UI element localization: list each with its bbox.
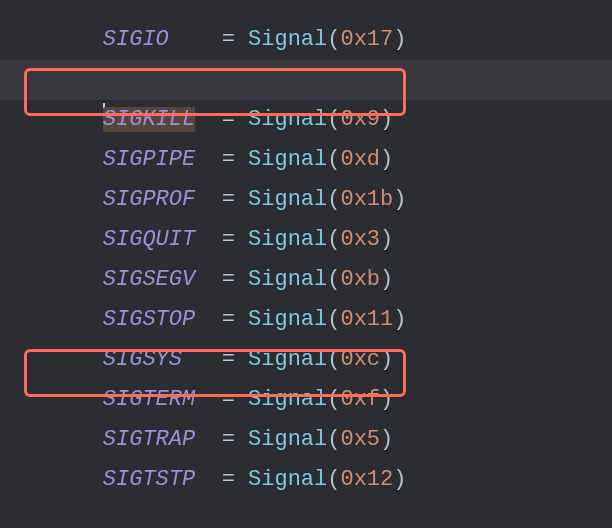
code-line: SIGQUIT = Signal(0x3)	[0, 180, 612, 220]
rparen: )	[393, 467, 406, 492]
code-line: SIGTRAP = Signal(0x5)	[0, 380, 612, 420]
code-line: SIGTERM = Signal(0xf)	[0, 340, 612, 380]
hex-literal: 0x12	[340, 467, 393, 492]
code-line: SIGSTOP = Signal(0x11)	[0, 260, 612, 300]
code-line: SIGPIPE = Signal(0xd)	[0, 100, 612, 140]
equals: =	[222, 467, 248, 492]
code-editor[interactable]: SIGINT = Signal(0x2) SIGIO = Signal(0x17…	[0, 0, 612, 498]
code-line: SIGIO = Signal(0x17)	[0, 0, 612, 20]
lparen: (	[327, 467, 340, 492]
type-name: Signal	[248, 467, 327, 492]
code-line: SIGPROF = Signal(0x1b)	[0, 140, 612, 180]
code-line: SIGSYS = Signal(0xc)	[0, 300, 612, 340]
code-line-current: SIGKILL = Signal(0x9)	[0, 60, 612, 100]
code-line: SIGIOT = Signal(0x6)	[0, 20, 612, 60]
code-line: SIGTSTP = Signal(0x12)	[0, 420, 612, 460]
code-line: SIGSEGV = Signal(0xb)	[0, 220, 612, 260]
constant-name: SIGTSTP	[103, 467, 195, 492]
